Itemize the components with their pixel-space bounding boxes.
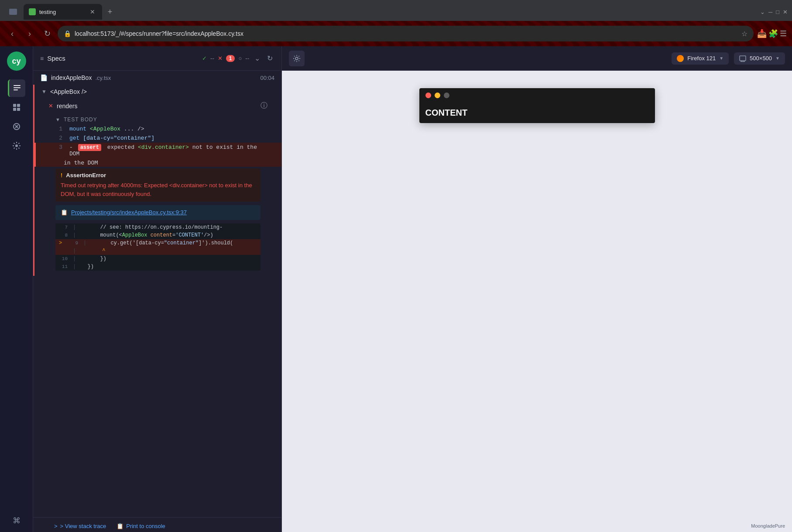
- close-window-button[interactable]: ✕: [783, 9, 788, 15]
- snippet-content-10: }): [81, 256, 106, 262]
- sidebar-item-keyboard[interactable]: ⌘: [8, 512, 25, 529]
- maximize-button[interactable]: □: [776, 9, 779, 15]
- file-icon: 📄: [40, 74, 48, 81]
- bookmark-icon[interactable]: ☆: [741, 30, 747, 38]
- specs-title: Specs: [47, 55, 199, 62]
- sidebar-item-debug[interactable]: [8, 118, 25, 135]
- error-header: ! AssertionError: [61, 172, 255, 178]
- browser-chrome: testing ✕ + ⌄ ─ □ ✕ ‹ › ↻ 🔒 localhost:51…: [0, 0, 792, 46]
- specs-header: ≡ Specs ✓ -- ✕ 1 ○ -- ⌄ ↻: [33, 46, 281, 71]
- suite-chevron-icon: ▼: [41, 89, 47, 95]
- code-content-3: - assert expected <div.container> not to…: [69, 144, 261, 157]
- snippet-num-8: 8: [59, 233, 68, 238]
- nav-bar: ‹ › ↻ 🔒 localhost:5173/_/#/specs/runner?…: [0, 22, 792, 45]
- browser-selector[interactable]: Firefox 121 ▼: [672, 52, 729, 65]
- tab-add-button[interactable]: +: [104, 6, 116, 18]
- code-line-3-cont: in the DOM: [34, 158, 281, 167]
- snippet-line-9-active: > 9 | cy.get('[data-cy="container"]').sh…: [55, 239, 261, 247]
- test-panel: ≡ Specs ✓ -- ✕ 1 ○ -- ⌄ ↻ 📄 indexAppleBo…: [33, 46, 282, 532]
- url-bar-container: ‹ › ↻ 🔒 localhost:5173/_/#/specs/runner?…: [0, 21, 792, 46]
- spinner-dash: --: [245, 55, 249, 62]
- spinner-indicator: ○: [238, 55, 242, 62]
- line-num-1: 1: [55, 126, 62, 132]
- url-text: localhost:5173/_/#/specs/runner?file=src…: [75, 30, 738, 37]
- file-name: indexAppleBox: [51, 74, 92, 81]
- window-maximize-dot: [444, 93, 449, 98]
- specs-controls: ✓ -- ✕ 1 ○ -- ⌄ ↻: [202, 52, 274, 64]
- test-tree: ▼ <AppleBox /> ✕ renders ⓘ ▼ TEST BODY: [33, 85, 281, 514]
- tab-list-button[interactable]: ⌄: [760, 9, 765, 15]
- back-button[interactable]: ‹: [5, 27, 19, 41]
- nav-actions: 📥 🧩 ☰: [757, 29, 787, 38]
- snippet-content-7: // see: https://on.cypress.io/mounting-: [81, 224, 223, 230]
- test-item[interactable]: ✕ renders ⓘ: [34, 99, 281, 113]
- lock-icon: 🔒: [64, 30, 71, 37]
- window-minimize-dot: [435, 93, 440, 98]
- file-link-text: Projects/testing/src/indexAppleBox.cy.ts…: [71, 209, 187, 216]
- tab-other[interactable]: [4, 4, 22, 20]
- snippet-num-10: 10: [59, 256, 68, 261]
- tab-bar: testing ✕ + ⌄ ─ □ ✕: [0, 0, 792, 21]
- snippet-caret: ^: [102, 248, 105, 254]
- svg-rect-6: [17, 108, 20, 111]
- svg-rect-1: [14, 87, 21, 88]
- error-exclaim-icon: !: [61, 172, 62, 178]
- tab-active[interactable]: testing ✕: [24, 4, 102, 20]
- refresh-button[interactable]: ↻: [265, 52, 274, 64]
- app-content-text: CONTENT: [425, 108, 468, 117]
- dropdown-button[interactable]: ⌄: [253, 52, 262, 64]
- forward-button[interactable]: ›: [23, 27, 37, 41]
- code-snippet: 7 | // see: https://on.cypress.io/mounti…: [55, 223, 261, 271]
- print-icon: 📋: [117, 523, 123, 529]
- fail-indicator: ✕: [218, 55, 223, 62]
- cypress-logo[interactable]: cy: [7, 51, 26, 71]
- tab-close-button[interactable]: ✕: [88, 7, 97, 16]
- sidebar-icons: cy ⌘: [0, 46, 33, 532]
- snippet-line-7: 7 | // see: https://on.cypress.io/mounti…: [55, 223, 261, 231]
- code-cmd-get: get: [69, 135, 79, 141]
- preview-settings-button[interactable]: [289, 51, 305, 66]
- svg-rect-10: [740, 56, 746, 61]
- specs-icon: ≡: [40, 55, 44, 62]
- suite-header[interactable]: ▼ <AppleBox />: [34, 85, 281, 99]
- sidebar-bottom: ⌘: [8, 512, 25, 529]
- pocket-icon[interactable]: 📥: [757, 29, 767, 38]
- tab-title: testing: [39, 9, 85, 15]
- error-title: AssertionError: [66, 172, 106, 178]
- svg-rect-2: [14, 89, 18, 90]
- view-stack-trace-button[interactable]: > > View stack trace: [54, 523, 106, 529]
- sidebar-item-specs[interactable]: [8, 79, 25, 97]
- extensions-icon[interactable]: 🧩: [768, 29, 778, 38]
- error-block: ! AssertionError Timed out retrying afte…: [55, 168, 261, 202]
- print-to-console-button[interactable]: 📋 Print to console: [117, 523, 165, 529]
- stack-trace-chevron-icon: >: [54, 523, 58, 529]
- fail-count: 1: [226, 55, 235, 62]
- sidebar-item-runs[interactable]: [8, 99, 25, 116]
- code-content-1: mount <AppleBox ... />: [69, 126, 261, 132]
- svg-rect-0: [14, 85, 21, 86]
- svg-rect-4: [17, 104, 20, 107]
- file-item[interactable]: 📄 indexAppleBox .cy.tsx 00:04: [33, 71, 281, 85]
- test-name: renders: [57, 103, 77, 110]
- sidebar-item-settings[interactable]: [8, 137, 25, 154]
- resolution-selector[interactable]: 500×500 ▼: [734, 52, 785, 65]
- file-link-icon: 📋: [61, 209, 68, 216]
- url-bar[interactable]: 🔒 localhost:5173/_/#/specs/runner?file=s…: [58, 26, 754, 41]
- tab-controls: ⌄ ─ □ ✕: [760, 9, 788, 15]
- test-info-button[interactable]: ⓘ: [261, 101, 267, 110]
- svg-point-8: [15, 144, 18, 147]
- browser-chevron-icon: ▼: [719, 56, 723, 61]
- snippet-content-9: cy.get('[data-cy="container"]').should(: [92, 240, 233, 246]
- app-preview-window: CONTENT: [419, 88, 655, 123]
- minimize-button[interactable]: ─: [768, 9, 772, 15]
- suite-item: ▼ <AppleBox /> ✕ renders ⓘ ▼ TEST BODY: [33, 85, 281, 276]
- reload-button[interactable]: ↻: [40, 27, 54, 41]
- file-link-block[interactable]: 📋 Projects/testing/src/indexAppleBox.cy.…: [55, 205, 261, 220]
- code-line-3-error: 3 - assert expected <div.container> not …: [34, 143, 281, 158]
- snippet-caret-line: | ^: [55, 247, 261, 255]
- app-titlebar: [419, 88, 655, 103]
- assert-badge: assert: [78, 144, 101, 151]
- resolution-value: 500×500: [750, 55, 772, 62]
- watermark: MoongladePure: [751, 523, 785, 529]
- menu-icon[interactable]: ☰: [780, 29, 787, 38]
